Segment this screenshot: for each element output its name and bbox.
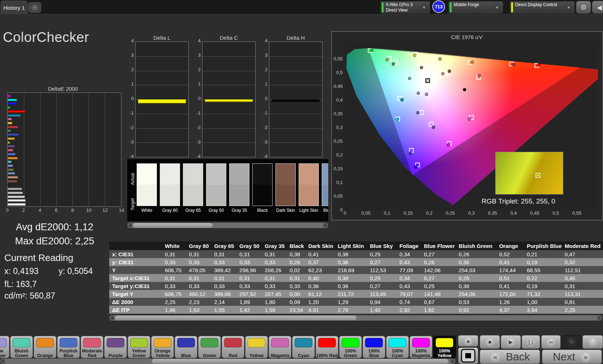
strip-scroll-thumb[interactable] <box>133 223 213 228</box>
cie-actual-marker <box>417 92 420 95</box>
table-cell: 0,37 <box>305 258 335 266</box>
delta-y-tick: -3 <box>196 139 201 145</box>
patch-button[interactable]: Orange Yellow <box>151 336 174 358</box>
table-cell: 0,31 <box>186 274 211 282</box>
cie-x-tick: 0,3 <box>468 210 475 216</box>
patch-button[interactable]: Yellow Green <box>128 336 150 358</box>
patch-button-label: Red <box>222 347 244 359</box>
table-cell: 1,40 <box>367 306 397 314</box>
table-cell: 0,43 <box>397 258 421 266</box>
strip-patch-label: Gray 35 <box>229 208 249 213</box>
cie-y-tick: 0,05 <box>334 193 343 198</box>
patch-button[interactable]: Blue <box>175 336 197 358</box>
deltae-bar <box>8 184 8 187</box>
deltae-bar <box>8 149 13 151</box>
gridline <box>72 93 73 206</box>
cie-x-tick: 0,25 <box>446 210 455 216</box>
scroll-right-icon[interactable]: ▶ <box>323 223 328 228</box>
delta-y-tick: -1 <box>263 110 268 116</box>
patch-button[interactable]: 100% Green <box>339 336 362 358</box>
current-x: x: 0,4193 <box>4 266 39 276</box>
cie-x-tick: 0,1 <box>384 210 390 216</box>
cie-actual-marker <box>432 125 435 129</box>
scroll-left-icon[interactable]: ◀ <box>110 316 114 320</box>
gridline <box>56 93 57 206</box>
loop-button[interactable]: ∞ <box>541 335 561 349</box>
deltae-x-tick: 2 <box>22 207 25 213</box>
patch-button[interactable]: 100% Cyan <box>386 336 409 358</box>
delta-y-tick: -2 <box>129 125 134 130</box>
patch-button-swatch <box>365 338 383 347</box>
patch-button-swatch <box>436 338 453 347</box>
add-tab-button[interactable]: + <box>28 2 41 13</box>
scroll-right-icon[interactable]: ▶ <box>597 316 602 320</box>
table-cell: 0,31 <box>211 274 236 282</box>
source-dropdown[interactable]: Mobile Forge ▼ <box>448 1 503 14</box>
cie-actual-marker <box>438 57 441 61</box>
next-button[interactable]: Next » <box>542 350 602 364</box>
patch-window-button[interactable] <box>458 347 478 364</box>
back-button[interactable]: « Back <box>480 350 540 364</box>
table-cell: 0,21 <box>524 250 562 258</box>
settings-button[interactable]: ⚙ <box>576 1 591 14</box>
patch-button-label: Cyan <box>292 347 315 359</box>
table-cell: 0,31 <box>162 274 186 282</box>
table-cell: 0,33 <box>262 258 287 266</box>
patch-button-label: Bluish Green <box>10 347 33 359</box>
gridline <box>202 71 255 71</box>
table-cell: 0,26 <box>456 250 496 258</box>
patch-button[interactable]: Green <box>198 336 221 358</box>
scroll-right-icon[interactable]: ▶ <box>450 359 455 364</box>
patch-button[interactable]: Cyan <box>292 336 315 358</box>
table-scroll-thumb[interactable] <box>115 316 356 320</box>
table-cell: 62,23 <box>305 266 335 274</box>
table-row-label: Target x:CIE31 <box>109 274 162 282</box>
patch-button[interactable]: Purple <box>104 336 127 358</box>
display-control-dropdown[interactable]: Direct Display Control ▼ <box>510 1 575 14</box>
patch-button[interactable]: 100% Blue <box>363 336 385 358</box>
table-header: Gray 80 <box>186 241 211 250</box>
patch-button[interactable]: Yellow <box>245 336 268 358</box>
patch-button[interactable]: Red <box>222 336 244 358</box>
table-header <box>109 241 162 250</box>
patch-row-scrollbar[interactable]: ◀ ▶ <box>0 359 456 364</box>
patch-button[interactable]: Magenta <box>269 336 291 358</box>
patch-button[interactable]: 100% Magenta <box>410 336 432 358</box>
strip-patch-swatch <box>183 163 203 206</box>
meter-count-badge[interactable]: 713 <box>432 0 445 13</box>
patch-list-up-button[interactable]: ▲ <box>458 335 478 347</box>
delta-y-tick: 4 <box>198 38 201 43</box>
collapse-panel-button[interactable]: ◀ <box>592 1 603 14</box>
step-button[interactable]: [·] <box>522 335 540 349</box>
patch-button[interactable]: 100% Red <box>316 336 338 358</box>
patch-button-label: 100% Cyan <box>386 347 409 359</box>
patch-button[interactable]: Moderate Red <box>81 336 103 358</box>
chevrons-left-icon: « <box>490 351 501 362</box>
scroll-left-icon[interactable]: ◀ <box>128 223 132 228</box>
play-button[interactable]: ▶ <box>501 335 521 349</box>
table-header: White <box>162 241 186 250</box>
deltae-bar <box>8 110 25 113</box>
deltae-bar <box>8 203 26 206</box>
patch-button[interactable]: Orange <box>34 336 56 358</box>
tab-history-1[interactable]: History 1 <box>1 1 27 14</box>
patch-button-swatch <box>271 338 289 347</box>
stop-button[interactable]: ■ <box>480 335 500 349</box>
extra-button[interactable] <box>582 335 603 349</box>
patch-button[interactable]: Blue Flower <box>0 336 9 358</box>
table-header: Purplish Blue <box>524 241 562 250</box>
patch-button[interactable]: Purplish Blue <box>57 336 80 358</box>
patch-row-scroll-thumb[interactable] <box>152 359 448 364</box>
meter-dropdown[interactable]: X-Rite i1Pro 3 Direct View ▼ <box>380 1 430 14</box>
table-cell: 0,38 <box>335 274 367 282</box>
refresh-button[interactable]: ↻ <box>561 335 582 349</box>
patch-button[interactable]: 100% Yellow <box>433 336 456 358</box>
actual-row-label: Actual <box>130 173 135 185</box>
deltae2000-plot <box>7 93 121 207</box>
table-cell: 172,00 <box>496 290 524 298</box>
patch-button[interactable]: Bluish Green <box>10 336 33 358</box>
cie-x-tick: 0,4 <box>510 210 517 216</box>
table-scrollbar[interactable]: ◀ ▶ <box>109 315 602 321</box>
strip-scrollbar[interactable]: ◀ ▶ <box>127 223 328 228</box>
scroll-left-icon[interactable]: ◀ <box>0 359 5 364</box>
